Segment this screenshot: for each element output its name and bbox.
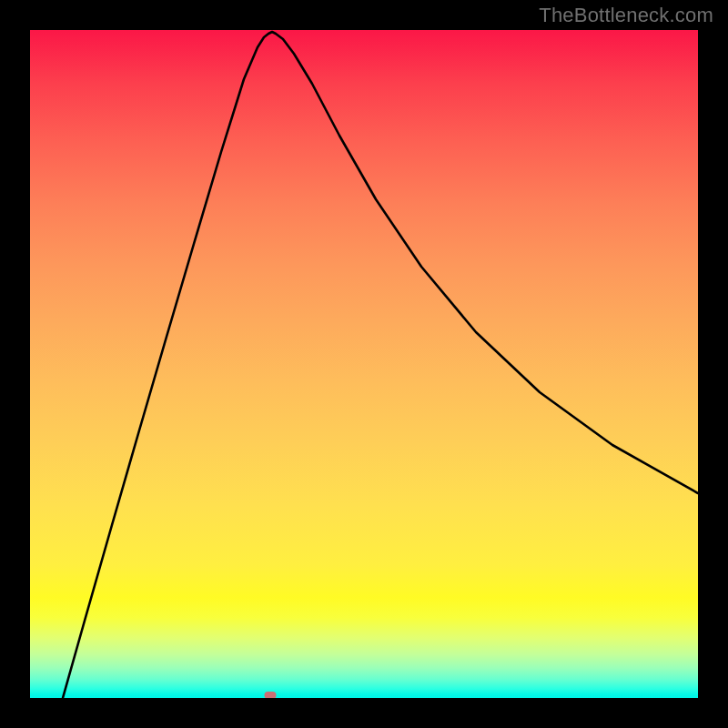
curve-group <box>63 32 698 698</box>
watermark-text: TheBottleneck.com <box>539 4 713 27</box>
chart-frame: TheBottleneck.com <box>0 0 728 728</box>
min-marker <box>265 692 277 698</box>
plot-area <box>30 30 698 698</box>
bottleneck-curve <box>63 32 698 698</box>
curve-layer <box>30 30 698 698</box>
